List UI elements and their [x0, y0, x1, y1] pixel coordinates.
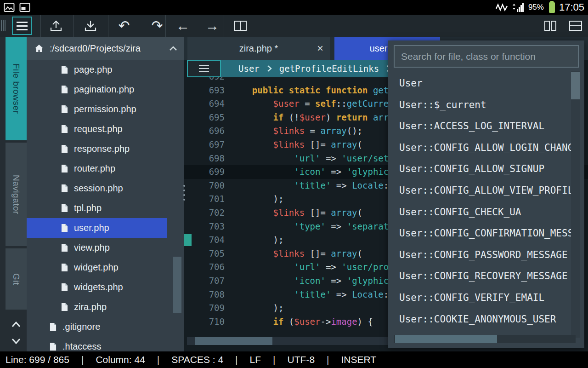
gallery-icon — [4, 2, 15, 12]
file-list-scrollbar[interactable] — [173, 257, 181, 313]
file-row-.gitignore[interactable]: .gitignore — [27, 317, 167, 337]
menu-button[interactable] — [12, 17, 32, 35]
file-row-view.php[interactable]: view.php — [27, 238, 167, 258]
file-row-zira.php[interactable]: zira.php — [27, 297, 167, 317]
chevron-right-icon — [267, 65, 272, 72]
code-text: $links []= array( — [231, 138, 362, 152]
collapse-path-icon[interactable] — [168, 45, 178, 52]
line-number: 703 — [192, 220, 231, 234]
file-row-widget.php[interactable]: widget.php — [27, 258, 167, 277]
search-result-item[interactable]: User::$_current — [388, 94, 572, 116]
navigate-forward-button[interactable]: → — [201, 15, 223, 37]
code-text: ); — [231, 192, 283, 206]
code-text: $links []= array( — [231, 206, 362, 220]
file-row-user.php[interactable]: user.php — [27, 218, 167, 238]
results-hscrollbar[interactable] — [394, 335, 576, 343]
file-icon — [50, 342, 57, 351]
search-result-item[interactable]: User::CONFIG_PASSWORD_MESSAGE — [388, 244, 572, 266]
navigate-back-button[interactable]: ← — [172, 15, 194, 37]
search-result-item[interactable]: User::CONFIG_ALLOW_LOGIN_CHANGE — [388, 137, 572, 159]
line-number: 696 — [192, 124, 231, 138]
editor-tab-zira.php[interactable]: zira.php *× — [187, 37, 330, 60]
editor-hscroll-thumb[interactable] — [195, 337, 272, 345]
two-panes-button[interactable] — [539, 15, 561, 37]
file-name: pagination.php — [74, 84, 134, 95]
search-results: UserUser::$_currentUser::ACCESS_LOG_INTE… — [388, 73, 572, 330]
code-text: ); — [231, 301, 283, 315]
gutter-margin — [184, 260, 192, 274]
status-segment: SPACES : 4 — [171, 354, 223, 365]
breadcrumb-item[interactable]: User — [238, 63, 260, 74]
gutter-margin — [184, 111, 192, 125]
search-result-item[interactable]: User::CONFIG_CHECK_UA — [388, 201, 572, 223]
line-number: 707 — [192, 274, 231, 288]
split-view-button[interactable] — [229, 15, 251, 37]
results-vscrollbar[interactable] — [571, 71, 580, 338]
results-vscroll-thumb[interactable] — [571, 72, 580, 99]
upload-button[interactable] — [45, 15, 67, 37]
file-row-request.php[interactable]: request.php — [27, 119, 167, 139]
search-result-item[interactable]: User::CONFIG_RECOVERY_MESSAGE — [388, 265, 572, 287]
two-panes-icon — [543, 20, 557, 31]
split-view-icon — [233, 20, 247, 31]
file-icon — [61, 125, 68, 133]
file-row-tpl.php[interactable]: tpl.php — [27, 198, 167, 218]
file-row-router.php[interactable]: router.php — [27, 159, 167, 178]
search-result-item[interactable]: User::CONFIG_ALLOW_VIEW_PROFILE — [388, 180, 572, 201]
file-icon — [61, 303, 68, 311]
breadcrumb-item[interactable]: getProfileEditLinks — [279, 63, 379, 74]
search-input[interactable] — [395, 46, 578, 67]
file-row-permission.php[interactable]: permission.php — [27, 99, 167, 119]
search-result-item[interactable]: User::ACCESS_LOG_INTERVAL — [388, 115, 572, 137]
gutter-margin — [184, 315, 192, 329]
file-name: view.php — [74, 242, 110, 253]
undo-button[interactable]: ↶ — [113, 15, 135, 37]
gutter-margin — [184, 206, 192, 220]
file-name: .gitignore — [62, 322, 100, 332]
search-result-item[interactable]: User::CONFIG_CONFIRMATION_MESSAGE — [388, 223, 572, 244]
file-name: router.php — [74, 163, 115, 174]
current-path: :/sdcard0/Projects/zira — [50, 43, 163, 54]
sidebar-tab-git[interactable]: Git — [6, 248, 27, 310]
line-number: 706 — [192, 260, 231, 274]
redo-button[interactable]: ↷ — [146, 15, 168, 37]
gutter-margin — [184, 247, 192, 261]
search-result-item[interactable]: User::CONFIG_ALLOW_SIGNUP — [388, 158, 572, 180]
signal-icon — [512, 2, 524, 13]
sidebar-tab-file-browser[interactable]: File browser — [6, 37, 27, 140]
horizontal-split-icon — [569, 20, 582, 31]
rail-scroll-down-button[interactable] — [6, 334, 27, 349]
editor-menu-button[interactable] — [187, 60, 221, 77]
results-hscroll-thumb[interactable] — [395, 335, 497, 343]
rail-scroll-up-button[interactable] — [6, 316, 27, 332]
save-button[interactable] — [79, 15, 102, 37]
clock: 17:05 — [559, 1, 584, 13]
drawer-grip[interactable] — [1, 20, 6, 31]
line-number: 702 — [192, 206, 231, 220]
file-row-page.php[interactable]: page.php — [27, 60, 167, 80]
code-text: ); — [231, 233, 283, 247]
horizontal-split-button[interactable] — [565, 15, 587, 37]
editor-hscrollbar[interactable] — [187, 337, 389, 345]
vibrate-icon — [496, 3, 508, 12]
file-browser-path-bar[interactable]: :/sdcard0/Projects/zira — [27, 37, 184, 60]
line-number: 699 — [192, 165, 231, 179]
file-row-widgets.php[interactable]: widgets.php — [27, 277, 167, 297]
file-icon — [50, 322, 57, 331]
sidebar-tab-navigator[interactable]: Navigator — [6, 143, 27, 246]
tab-close-icon[interactable]: × — [317, 43, 323, 54]
line-number: 697 — [192, 138, 231, 152]
file-row-response.php[interactable]: response.php — [27, 139, 167, 159]
file-name: .htaccess — [62, 341, 101, 351]
search-result-item[interactable]: User::COOKIE_ANONYMOUS_USER — [388, 309, 572, 330]
line-number: 695 — [192, 111, 231, 125]
search-result-item[interactable]: User::CONFIG_VERIFY_EMAIL — [388, 287, 572, 309]
line-number: 704 — [192, 233, 231, 247]
file-row-.htaccess[interactable]: .htaccess — [27, 337, 167, 351]
search-result-item[interactable]: User — [388, 73, 572, 94]
panel-resize-handle[interactable] — [182, 185, 186, 206]
file-row-session.php[interactable]: session.php — [27, 178, 167, 198]
file-row-pagination.php[interactable]: pagination.php — [27, 80, 167, 99]
gutter-margin — [184, 220, 192, 234]
file-icon — [61, 85, 68, 94]
